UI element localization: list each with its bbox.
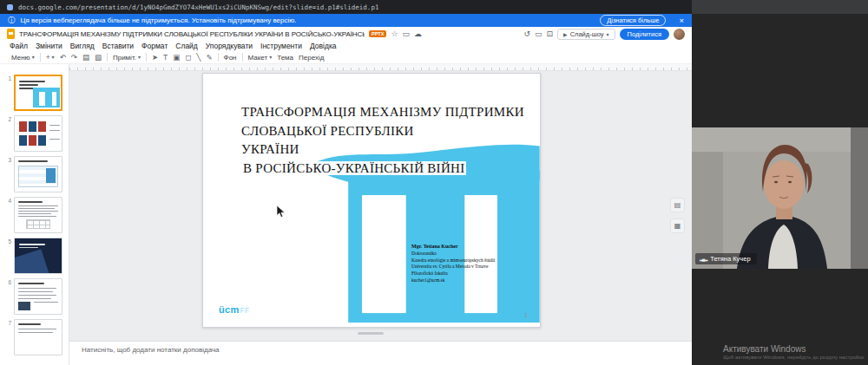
menu-bar: Файл Змінити Вигляд Вставити Формат Слай… xyxy=(0,41,692,51)
menu-file[interactable]: Файл xyxy=(10,42,28,50)
background-button[interactable]: Фон xyxy=(224,54,237,62)
comment-tool-label: Приміт. xyxy=(113,54,136,62)
thumb-text-line xyxy=(34,302,58,303)
thumb-wordart-block xyxy=(38,135,46,146)
scribble-icon[interactable]: ✎ xyxy=(206,54,212,62)
transition-button[interactable]: Перехід xyxy=(299,54,324,62)
redo-icon[interactable]: ↷ xyxy=(71,54,77,62)
filmstrip-row: 5 xyxy=(0,238,69,274)
menu-help[interactable]: Довідка xyxy=(310,42,337,50)
slide-thumbnail-4[interactable] xyxy=(14,197,62,233)
participant-name-label: ▂▄▂ Тетяна Кучер xyxy=(695,253,757,264)
account-avatar[interactable] xyxy=(674,29,685,40)
thumb-text-line xyxy=(18,283,44,284)
url-text[interactable]: docs.google.com/presentation/d/1yNO4pGmd… xyxy=(18,3,378,11)
video-panel-top-strip xyxy=(692,0,868,14)
browser-address-bar[interactable]: docs.google.com/presentation/d/1yNO4pGmd… xyxy=(0,0,692,14)
horizontal-ruler xyxy=(69,64,692,71)
participant-video-tile[interactable]: ▂▄▂ Тетяна Кучер xyxy=(692,127,868,269)
side-panel-icon-b[interactable]: ▦ xyxy=(670,218,685,233)
thumb-text-line xyxy=(19,84,38,86)
filmstrip-row: 3 xyxy=(0,156,69,192)
chevron-down-icon: ▾ xyxy=(269,55,272,60)
thumb-text-line xyxy=(18,208,55,209)
chevron-down-icon: ▾ xyxy=(52,55,55,60)
comment-tool-button[interactable]: Приміт. ▾ xyxy=(113,54,141,62)
slide-thumbnail-2[interactable] xyxy=(14,115,62,152)
slideshow-button[interactable]: ▶ Слайд-шоу ▾ xyxy=(557,29,615,40)
insert-line-icon[interactable]: ╲ xyxy=(196,54,201,62)
toolbar-menu-button[interactable]: Меню ▾ xyxy=(11,54,35,62)
undo-icon[interactable]: ↶ xyxy=(60,54,66,62)
thumb-text-line xyxy=(49,130,60,131)
thumb-text-line xyxy=(18,323,41,325)
toolbar-divider xyxy=(107,53,108,62)
print-icon[interactable]: ▤ xyxy=(82,54,89,62)
menu-insert[interactable]: Вставити xyxy=(102,42,134,50)
screenshot-stage: docs.google.com/presentation/d/1yNO4pGmd… xyxy=(0,0,868,365)
learn-more-button[interactable]: Дізнатися більше xyxy=(600,15,666,26)
participant-name: Тетяна Кучер xyxy=(710,255,750,263)
document-title[interactable]: ТРАНСФОРМАЦІЯ МЕХАНІЗМУ ПІДТРИМКИ СЛОВАЦ… xyxy=(19,30,365,38)
windows-activation-watermark: Активувати Windows Щоб активувати Window… xyxy=(723,344,865,360)
thumb-text-line xyxy=(18,291,53,292)
slide-title-line-highlighted: В РОСІЙСЬКО-УКРАЇНСЬКІЙ ВІЙНІ xyxy=(241,160,524,179)
slide-thumbnail-3[interactable] xyxy=(14,156,62,192)
video-call-panel: ▂▄▂ Тетяна Кучер Активувати Windows Щоб … xyxy=(692,0,868,365)
author-detail: Doktorandka xyxy=(411,251,542,257)
slide-thumbnail-1-selected[interactable] xyxy=(14,75,62,111)
author-detail: Katedra etnológie a mimoeurópskych štúdi… xyxy=(411,257,542,264)
mouse-cursor xyxy=(276,205,286,222)
notes-resize-handle[interactable] xyxy=(358,332,384,335)
share-button[interactable]: Поділитися xyxy=(620,29,669,40)
author-name: Mgr. Tetiana Kucher xyxy=(411,244,542,251)
thumb-wordart-block xyxy=(38,121,46,132)
menu-arrange[interactable]: Упорядкувати xyxy=(206,42,253,50)
thumb-text-line xyxy=(18,160,48,162)
slide-thumbnail-6[interactable] xyxy=(14,278,62,315)
layout-button[interactable]: Макет ▾ xyxy=(248,54,273,62)
version-history-icon[interactable]: ↺ xyxy=(523,30,530,38)
filmstrip-row: 7 xyxy=(0,319,69,355)
slide-thumbnail-5[interactable] xyxy=(14,238,62,274)
select-cursor-icon[interactable]: ➤ xyxy=(152,54,158,62)
slide-author-textbox[interactable]: Mgr. Tetiana Kucher Doktorandka Katedra … xyxy=(411,244,542,284)
slides-app-icon[interactable] xyxy=(7,29,15,39)
thumb-text-line xyxy=(19,81,45,82)
menu-tools[interactable]: Інструменти xyxy=(260,42,302,50)
current-slide[interactable]: ТРАНСФОРМАЦІЯ МЕХАНІЗМУ ПІДТРИМКИ СЛОВАЦ… xyxy=(202,73,541,328)
paint-format-icon[interactable]: ▧ xyxy=(95,54,102,62)
slide-thumbnail-7[interactable] xyxy=(14,319,62,355)
textbox-icon[interactable]: T xyxy=(163,54,168,62)
menu-view[interactable]: Вигляд xyxy=(70,42,95,50)
thumb-wordart-block xyxy=(19,121,27,132)
insert-image-icon[interactable]: ▣ xyxy=(173,54,180,62)
chevron-down-icon: ▾ xyxy=(138,55,141,60)
insert-shape-icon[interactable]: ◻ xyxy=(185,54,191,62)
move-folder-icon[interactable]: ▭ xyxy=(402,30,410,38)
watermark-line-2: Щоб активувати Windows, перейдіть до роз… xyxy=(723,355,865,360)
theme-button[interactable]: Тема xyxy=(277,54,293,62)
toolbar-menu-label: Меню xyxy=(11,54,30,62)
chevron-down-icon: ▾ xyxy=(607,31,609,37)
comments-icon[interactable]: ▭ xyxy=(535,30,542,38)
slides-header-bar: ТРАНСФОРМАЦІЯ МЕХАНІЗМУ ПІДТРИМКИ СЛОВАЦ… xyxy=(0,27,692,41)
menu-edit[interactable]: Змінити xyxy=(36,42,62,50)
transition-label: Перехід xyxy=(299,54,324,62)
thumb-grid xyxy=(26,219,50,229)
menu-format[interactable]: Формат xyxy=(141,42,168,50)
slide-number: 7 xyxy=(0,319,14,355)
side-panel-icon-a[interactable]: ▤ xyxy=(670,198,685,212)
thumb-wordart-block xyxy=(29,135,36,146)
banner-close-icon[interactable]: × xyxy=(679,16,684,25)
slide-title-textbox[interactable]: ТРАНСФОРМАЦІЯ МЕХАНІЗМУ ПІДТРИМКИ СЛОВАЦ… xyxy=(241,103,524,178)
thumb-text-line xyxy=(18,201,43,203)
star-icon[interactable]: ☆ xyxy=(391,30,398,38)
menu-slide[interactable]: Слайд xyxy=(175,42,198,50)
present-to-meeting-icon[interactable]: ⊡ xyxy=(546,30,553,38)
speaker-notes-bar[interactable]: Натисніть, щоб додати нотатки доповідача xyxy=(69,341,692,365)
author-detail: Univerzita sv. Cyrila a Metoda v Trnave xyxy=(411,264,542,270)
participant-video-frame xyxy=(692,127,868,269)
new-slide-button[interactable]: + ▾ xyxy=(46,54,55,62)
filmstrip-row: 2 xyxy=(0,115,69,152)
